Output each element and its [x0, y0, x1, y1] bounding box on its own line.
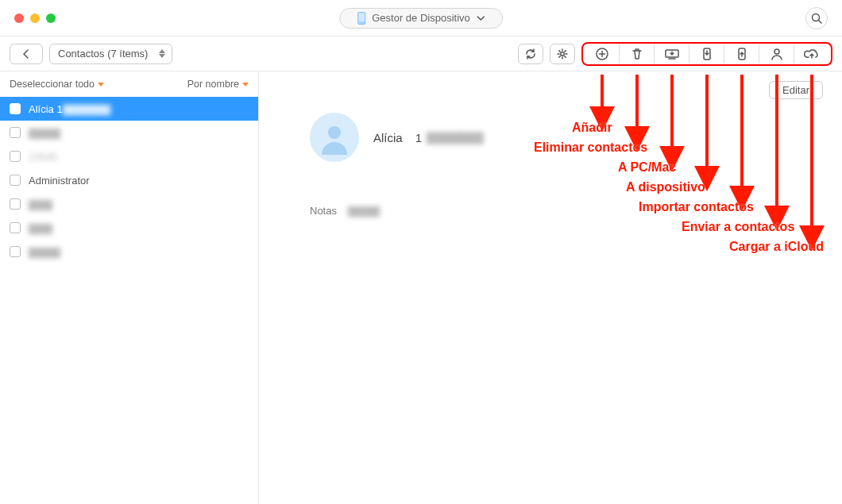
sidebar-sort-row: Deseleccionar todo Por nombre	[0, 71, 258, 97]
to-device-icon	[701, 47, 713, 61]
to-pc-button[interactable]	[655, 44, 689, 63]
settings-button[interactable]	[550, 44, 575, 64]
contact-row[interactable]: ▇▇▇	[0, 216, 258, 240]
contact-name-label: ▇▇▇▇	[29, 127, 60, 139]
upload-icloud-button[interactable]	[794, 44, 829, 63]
contact-name-label: ▇▇▇	[29, 198, 52, 210]
contact-row[interactable]: Alícia 1▇▇▇▇▇▇	[0, 97, 258, 121]
sort-by-button[interactable]: Por nombre	[187, 79, 249, 90]
minimize-window-button[interactable]	[30, 13, 40, 23]
breadcrumb-select[interactable]: Contactos (7 ítems)	[49, 44, 172, 64]
to-device-button[interactable]	[689, 44, 724, 63]
checkbox[interactable]	[10, 222, 21, 233]
import-contacts-button[interactable]	[724, 44, 759, 63]
close-window-button[interactable]	[14, 13, 24, 23]
refresh-icon	[524, 48, 537, 60]
contact-name: Alícia 1 ▇▇▇▇▇▇	[373, 130, 484, 144]
checkbox[interactable]	[10, 198, 21, 210]
chevron-down-icon	[477, 14, 485, 22]
contact-name-label: Alícia 1▇▇▇▇▇▇	[29, 103, 110, 115]
dropdown-icon	[242, 83, 249, 87]
maximize-window-button[interactable]	[46, 13, 56, 23]
avatar	[310, 113, 359, 162]
checkbox[interactable]	[10, 127, 21, 138]
contact-row[interactable]: 23545	[0, 144, 258, 168]
stepper-icon	[159, 49, 165, 58]
checkbox[interactable]	[10, 246, 21, 257]
checkbox[interactable]	[10, 151, 21, 162]
contact-detail-pane: Editar Alícia 1 ▇▇▇▇▇▇ Notas ▇▇▇▇	[259, 71, 842, 504]
contact-row[interactable]: Administrator	[0, 168, 258, 192]
mode-label: Gestor de Dispositivo	[372, 12, 470, 24]
edit-button[interactable]: Editar	[769, 81, 823, 99]
refresh-button[interactable]	[518, 44, 543, 64]
add-contact-button[interactable]	[585, 44, 620, 63]
svg-point-2	[561, 52, 564, 55]
checkbox[interactable]	[10, 103, 21, 114]
svg-point-11	[328, 126, 341, 139]
deselect-all-button[interactable]: Deseleccionar todo	[10, 79, 104, 90]
delete-contact-button[interactable]	[620, 44, 655, 63]
titlebar: Gestor de Dispositivo	[0, 0, 842, 37]
trash-icon	[630, 47, 644, 61]
back-button[interactable]	[10, 44, 43, 64]
add-icon	[595, 47, 609, 61]
import-icon	[736, 47, 748, 61]
notes-value: ▇▇▇▇	[348, 205, 380, 217]
send-contact-icon	[770, 47, 784, 61]
contact-name-label: ▇▇▇	[29, 222, 52, 234]
search-button[interactable]	[805, 7, 828, 29]
send-to-contacts-button[interactable]	[759, 44, 794, 63]
action-icon-strip	[581, 42, 832, 66]
contact-row[interactable]: ▇▇▇	[0, 192, 258, 216]
mode-selector[interactable]: Gestor de Dispositivo	[339, 8, 503, 29]
contact-name-label: 23545	[29, 151, 57, 163]
icloud-upload-icon	[804, 48, 820, 60]
chevron-left-icon	[21, 48, 32, 60]
contact-name-label: ▇▇▇▇	[29, 246, 60, 258]
svg-line-1	[819, 20, 822, 23]
search-icon	[811, 13, 822, 24]
device-icon	[357, 12, 365, 25]
contact-row[interactable]: ▇▇▇▇	[0, 121, 258, 144]
notes-row: Notas ▇▇▇▇	[310, 205, 823, 217]
window-controls	[14, 13, 56, 23]
breadcrumb-label: Contactos (7 ítems)	[58, 48, 148, 60]
gear-icon	[556, 48, 569, 60]
svg-point-10	[774, 49, 779, 54]
dropdown-icon	[98, 83, 104, 87]
notes-label: Notas	[310, 205, 337, 217]
to-pc-icon	[664, 48, 680, 60]
person-icon	[317, 120, 352, 155]
toolbar: Contactos (7 ítems)	[0, 37, 842, 71]
contacts-sidebar: Deseleccionar todo Por nombre Alícia 1▇▇…	[0, 71, 259, 504]
contact-name-label: Administrator	[29, 175, 90, 187]
contact-row[interactable]: ▇▇▇▇	[0, 240, 258, 264]
checkbox[interactable]	[10, 175, 21, 186]
